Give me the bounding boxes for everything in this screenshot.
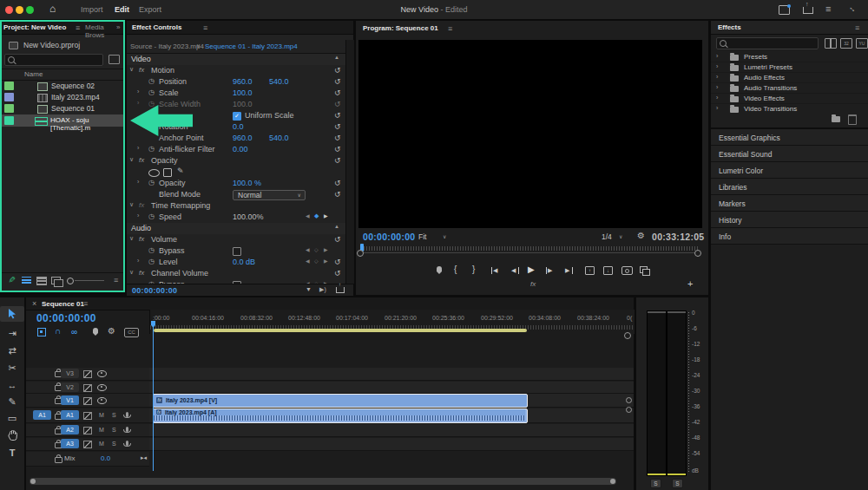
track-select-forward-tool[interactable]: ⇥ <box>0 325 24 341</box>
reset-icon[interactable]: ↺ <box>334 269 341 278</box>
label-color-chip[interactable] <box>4 116 14 125</box>
prop-opacity-value[interactable]: › ◷ Opacity 100.0 % ↺ <box>127 178 345 189</box>
type-tool[interactable]: T <box>0 445 24 461</box>
prop-value[interactable]: 100.0 <box>233 88 253 97</box>
voiceover-mic-icon[interactable] <box>126 412 128 417</box>
zoom-bar-left-handle[interactable] <box>357 250 364 257</box>
effect-opacity[interactable]: ∨ fx Opacity ↺ <box>127 155 345 167</box>
section-video[interactable]: Video ▲ <box>127 54 345 65</box>
panel-libraries[interactable]: Libraries <box>711 179 868 195</box>
add-keyframe-icon[interactable]: ◇ <box>314 258 319 264</box>
project-column-header[interactable]: Name <box>1 69 124 81</box>
mark-out-icon[interactable]: } <box>472 265 475 274</box>
prop-scale[interactable]: › ◷ Scale 100.0 ↺ <box>127 88 345 99</box>
tab-program[interactable]: Program: Sequence 01 <box>363 24 438 32</box>
twirl-closed-icon[interactable]: › <box>137 179 139 185</box>
zoom-slider-knob[interactable] <box>67 278 74 284</box>
reset-icon[interactable]: ↺ <box>334 88 341 97</box>
mix-volume-value[interactable]: 0.0 <box>101 454 110 462</box>
track-target-button[interactable]: V1 <box>61 395 79 405</box>
track-header-a3[interactable]: A3 M S <box>26 438 149 451</box>
folder-video-transitions[interactable]: › Video Transitions <box>711 104 868 114</box>
effect-channel-volume[interactable]: ∨ fx Channel Volume ↺ <box>127 268 345 279</box>
work-area-bar[interactable] <box>154 329 527 332</box>
timeline-ruler[interactable]: :00:00 00:04:16:00 00:08:32:00 00:12:48:… <box>149 310 635 334</box>
section-audio[interactable]: Audio ▲ <box>127 223 345 234</box>
reset-icon[interactable]: ↺ <box>334 77 341 86</box>
twirl-closed-icon[interactable]: › <box>137 88 139 95</box>
track-visibility-eye-icon[interactable] <box>97 384 107 391</box>
tab-overflow-icon[interactable]: » <box>116 23 120 31</box>
program-timecode[interactable]: 00:00:00:00 <box>363 232 416 242</box>
mute-button[interactable]: M <box>99 412 104 418</box>
fx-badge[interactable]: fx <box>530 280 536 288</box>
export-frame-camera-icon[interactable] <box>621 266 633 275</box>
prop-value[interactable]: 100.0 % <box>233 179 261 187</box>
sync-lock-icon[interactable] <box>83 441 92 448</box>
ripple-edit-tool[interactable]: ⇄ <box>0 343 24 358</box>
prop-anti-flicker[interactable]: › ◷ Anti-flicker Filter 0.00 ↺ <box>127 144 345 155</box>
twirl-open-icon[interactable]: ∨ <box>129 201 134 208</box>
reset-icon[interactable]: ↺ <box>334 111 341 120</box>
panel-menu-icon[interactable]: ≡ <box>76 23 80 32</box>
timeline-playhead-line[interactable] <box>153 327 154 471</box>
prop-value-x[interactable]: 960.0 <box>233 134 253 142</box>
track-visibility-eye-icon[interactable] <box>97 397 107 404</box>
sort-options-icon[interactable]: ≡ <box>114 276 118 284</box>
program-scrubber-ticks[interactable] <box>361 246 700 251</box>
freeform-view-icon[interactable] <box>51 277 61 284</box>
scrollbar-left-handle[interactable] <box>30 479 36 484</box>
twirl-closed-icon[interactable]: › <box>716 53 718 59</box>
list-view-icon[interactable] <box>22 277 31 284</box>
track-target-button[interactable]: V2 <box>61 382 79 392</box>
close-tab-icon[interactable]: × <box>32 299 36 308</box>
step-forward-icon[interactable]: ▶ <box>548 267 552 274</box>
zoom-level-dropdown[interactable]: Fit <box>418 232 426 241</box>
timeline-clip-audio[interactable]: fx Italy 2023.mp4 [A] <box>153 408 528 423</box>
label-color-chip[interactable] <box>4 93 14 101</box>
timeline-clip-video[interactable]: fx Italy 2023.mp4 [V] <box>153 394 528 408</box>
prop-anchor-point[interactable]: Anchor Point 960.0 540.0 ↺ <box>127 133 345 144</box>
stopwatch-icon[interactable]: ◷ <box>148 145 155 153</box>
new-folder-icon[interactable] <box>832 116 840 122</box>
project-item-italy-mp4[interactable]: Italy 2023.mp4 <box>1 92 124 103</box>
reset-icon[interactable]: ↺ <box>334 66 341 75</box>
add-keyframe-icon[interactable]: ◇ <box>314 246 319 252</box>
prop-value-y[interactable]: 540.0 <box>269 77 289 86</box>
prop-value[interactable]: 100.00% <box>233 212 264 221</box>
prop-speed[interactable]: › ◷ Speed 100.00% ◀ ◆ ▶ <box>127 212 345 223</box>
project-item-hoax-selected[interactable]: HOAX - soju [Thematic].m <box>1 114 124 127</box>
next-keyframe-icon[interactable]: ▶ <box>324 212 328 219</box>
prop-scale-width[interactable]: › ◷ Scale Width 100.0 ↺ <box>127 99 345 110</box>
close-window-button[interactable] <box>5 6 13 14</box>
solo-button[interactable]: S <box>112 427 116 433</box>
stopwatch-icon[interactable]: ◷ <box>148 258 155 265</box>
panel-menu-icon[interactable]: ≡ <box>855 23 859 32</box>
selection-tool[interactable] <box>0 306 24 322</box>
timeline-timecode[interactable]: 00:00:00:00 <box>36 312 96 324</box>
fit-icon[interactable]: ▸◂ <box>141 454 147 461</box>
sync-lock-icon[interactable] <box>83 370 92 378</box>
prop-value[interactable]: 0.0 dB <box>233 258 255 266</box>
prop-blend-mode[interactable]: Blend Mode Normal ∨ ↺ <box>127 189 345 200</box>
track-header-v3[interactable]: V3 <box>26 368 149 381</box>
ellipse-mask-icon[interactable] <box>148 169 160 177</box>
chevron-down-icon[interactable]: ∨ <box>196 42 201 49</box>
menu-export[interactable]: Export <box>139 5 161 14</box>
zoom-slider-track[interactable] <box>75 280 104 281</box>
track-visibility-eye-icon[interactable] <box>97 370 107 377</box>
tab-sequence-clip[interactable]: Sequence 01 - Italy 2023.mp4 <box>205 42 298 50</box>
comparison-view-icon[interactable] <box>640 266 648 273</box>
prev-keyframe-icon[interactable]: ◀ <box>306 258 310 264</box>
stopwatch-icon[interactable]: ◷ <box>148 179 155 186</box>
voiceover-mic-icon[interactable] <box>126 427 128 432</box>
rect-mask-icon[interactable] <box>163 168 172 177</box>
sync-lock-icon[interactable] <box>83 397 92 405</box>
effect-time-remapping[interactable]: ∨ fx Time Remapping <box>127 200 345 212</box>
tab-project[interactable]: Project: New Video <box>3 23 66 31</box>
sync-lock-icon[interactable] <box>83 427 92 434</box>
program-video-frame[interactable] <box>358 40 702 228</box>
twirl-open-icon[interactable]: ∨ <box>129 66 134 73</box>
pen-mask-icon[interactable]: ✎ <box>177 167 184 175</box>
panel-essential-sound[interactable]: Essential Sound <box>711 146 868 162</box>
